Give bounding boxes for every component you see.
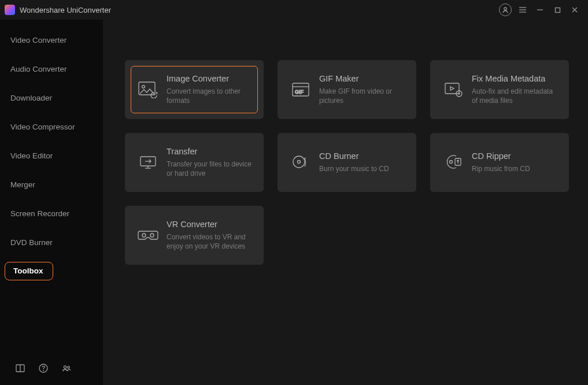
svg-point-30 (142, 234, 146, 237)
tool-card-vr-converter[interactable]: VR Converter Convert videos to VR and en… (125, 206, 264, 265)
tool-desc: Rip music from CD (472, 164, 530, 173)
sidebar-item-video-converter[interactable]: Video Converter (0, 25, 103, 54)
book-icon (15, 363, 25, 373)
sidebar-item-label: Toolbox (5, 262, 53, 280)
sidebar-item-label: Merger (10, 180, 35, 189)
tool-card-gif-maker[interactable]: GIF GIF Maker Make GIF from video or pic… (278, 60, 416, 119)
minimize-button[interactable] (531, 1, 549, 18)
svg-point-31 (150, 234, 154, 237)
svg-point-26 (293, 156, 305, 168)
minimize-icon (537, 6, 543, 13)
account-button[interactable] (497, 1, 514, 18)
tool-title: VR Converter (167, 220, 253, 229)
help-icon (38, 363, 49, 373)
svg-point-11 (43, 371, 44, 371)
sidebar-item-label: DVD Burner (10, 238, 53, 247)
tool-card-transfer[interactable]: Transfer Transfer your files to device o… (125, 133, 264, 192)
metadata-icon (441, 77, 466, 102)
sidebar-item-dvd-burner[interactable]: DVD Burner (0, 228, 103, 257)
sidebar-item-video-compressor[interactable]: Video Compressor (0, 112, 103, 141)
sidebar-item-label: Video Compressor (10, 123, 75, 131)
close-icon (571, 6, 578, 13)
svg-point-12 (64, 366, 66, 368)
sidebar-item-screen-recorder[interactable]: Screen Recorder (0, 199, 103, 228)
tool-title: CD Burner (319, 151, 389, 161)
sidebar-item-toolbox[interactable]: Toolbox (0, 257, 103, 286)
sidebar: Video Converter Audio Converter Download… (0, 20, 103, 385)
tool-title: Image Converter (167, 74, 253, 83)
sidebar-item-audio-converter[interactable]: Audio Converter (0, 54, 103, 83)
sidebar-item-label: Video Converter (10, 36, 66, 45)
tool-title: CD Ripper (472, 151, 530, 161)
help-button[interactable] (38, 363, 49, 373)
community-button[interactable] (61, 363, 72, 373)
svg-point-15 (142, 86, 145, 88)
tool-desc: Auto-fix and edit metadata of media file… (472, 87, 559, 105)
cdburner-icon (288, 150, 313, 175)
svg-point-27 (298, 161, 301, 164)
svg-rect-5 (555, 8, 560, 12)
sidebar-item-label: Downloader (10, 94, 52, 102)
maximize-button[interactable] (549, 1, 566, 18)
tool-desc: Convert videos to VR and enjoy on your V… (167, 232, 253, 251)
gif-icon: GIF (288, 77, 313, 102)
tool-card-image-converter[interactable]: Image Converter Convert images to other … (125, 60, 264, 119)
svg-point-0 (504, 8, 506, 10)
tool-card-fix-metadata[interactable]: Fix Media Metadata Auto-fix and edit met… (430, 60, 569, 119)
people-icon (61, 363, 72, 373)
cdripper-icon (441, 150, 466, 175)
tutorial-button[interactable] (15, 363, 25, 373)
tool-card-cd-burner[interactable]: CD Burner Burn your music to CD (278, 133, 416, 192)
content: Image Converter Convert images to other … (103, 20, 588, 385)
svg-text:GIF: GIF (295, 89, 304, 95)
app-logo-icon (5, 5, 15, 15)
tool-title: Fix Media Metadata (472, 74, 559, 83)
sidebar-bottom (0, 363, 103, 385)
sidebar-item-label: Video Editor (10, 151, 53, 160)
sidebar-item-label: Audio Converter (10, 65, 67, 73)
maximize-icon (554, 7, 561, 13)
svg-point-13 (68, 367, 70, 369)
sidebar-item-merger[interactable]: Merger (0, 170, 103, 199)
svg-marker-20 (450, 87, 454, 90)
sidebar-item-label: Screen Recorder (10, 209, 69, 218)
tool-desc: Burn your music to CD (319, 164, 389, 173)
sidebar-item-downloader[interactable]: Downloader (0, 83, 103, 112)
app-title: Wondershare UniConverter (20, 6, 111, 14)
account-icon (499, 3, 512, 16)
sidebar-nav: Video Converter Audio Converter Download… (0, 25, 103, 286)
close-button[interactable] (566, 1, 583, 18)
image-icon (135, 77, 161, 102)
titlebar: Wondershare UniConverter (0, 0, 588, 20)
tool-grid: Image Converter Convert images to other … (125, 60, 569, 265)
transfer-icon (135, 150, 161, 175)
svg-point-28 (450, 161, 453, 164)
vr-icon (135, 223, 161, 248)
menu-button[interactable] (514, 1, 531, 18)
tool-desc: Make GIF from video or pictures (319, 87, 406, 105)
tool-card-cd-ripper[interactable]: CD Ripper Rip music from CD (430, 133, 569, 192)
hamburger-icon (519, 6, 527, 14)
tool-desc: Convert images to other formats (167, 87, 253, 105)
sidebar-item-video-editor[interactable]: Video Editor (0, 141, 103, 170)
tool-title: GIF Maker (319, 74, 406, 83)
tool-desc: Transfer your files to device or hard dr… (167, 160, 253, 178)
tool-title: Transfer (167, 147, 253, 156)
svg-point-22 (458, 93, 460, 94)
